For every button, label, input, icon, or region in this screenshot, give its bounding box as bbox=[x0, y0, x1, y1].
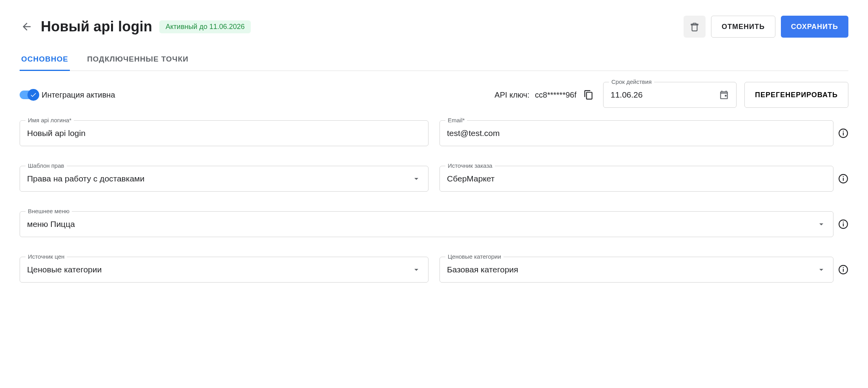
copy-api-key-button[interactable] bbox=[582, 88, 595, 102]
expiry-date-input[interactable] bbox=[611, 90, 714, 100]
chevron-down-icon bbox=[412, 265, 421, 274]
price-categories-info-icon[interactable] bbox=[838, 265, 848, 275]
price-source-value: Ценовые категории bbox=[27, 265, 412, 274]
order-source-field[interactable]: Источник заказа bbox=[439, 166, 833, 192]
permission-template-label: Шаблон прав bbox=[26, 162, 67, 169]
tab-connected-points[interactable]: ПОДКЛЮЧЕННЫЕ ТОЧКИ bbox=[86, 49, 190, 71]
external-menu-info-icon[interactable] bbox=[838, 219, 848, 229]
tab-main[interactable]: ОСНОВНОЕ bbox=[20, 49, 70, 71]
expiry-date-field[interactable]: Срок действия bbox=[603, 82, 737, 108]
external-menu-label: Внешнее меню bbox=[26, 208, 72, 214]
login-name-field[interactable]: Имя api логина* bbox=[20, 120, 429, 146]
back-button[interactable] bbox=[20, 20, 34, 34]
email-label: Email* bbox=[445, 117, 467, 123]
email-input[interactable] bbox=[447, 129, 826, 138]
price-categories-select[interactable]: Ценовые категории Базовая категория bbox=[439, 257, 833, 283]
integration-active-toggle[interactable] bbox=[20, 91, 38, 99]
trash-icon bbox=[689, 22, 700, 32]
status-badge: Активный до 11.06.2026 bbox=[159, 20, 251, 33]
tabs: ОСНОВНОЕ ПОДКЛЮЧЕННЫЕ ТОЧКИ bbox=[20, 49, 848, 71]
order-source-label: Источник заказа bbox=[445, 162, 495, 169]
chevron-down-icon bbox=[817, 219, 826, 229]
page-title: Новый api login bbox=[41, 18, 152, 35]
login-name-input[interactable] bbox=[27, 129, 421, 138]
arrow-left-icon bbox=[21, 21, 33, 33]
toggle-knob bbox=[27, 89, 39, 101]
regenerate-button[interactable]: ПЕРЕГЕНЕРИРОВАТЬ bbox=[744, 82, 848, 108]
price-categories-label: Ценовые категории bbox=[445, 253, 503, 260]
chevron-down-icon bbox=[817, 265, 826, 274]
api-key-label: API ключ: bbox=[494, 91, 529, 100]
permission-template-value: Права на работу с доставками bbox=[27, 174, 412, 183]
copy-icon bbox=[584, 90, 594, 100]
order-source-info-icon[interactable] bbox=[838, 174, 848, 184]
email-info-icon[interactable] bbox=[838, 128, 848, 138]
external-menu-value: меню Пицца bbox=[27, 219, 817, 229]
check-icon bbox=[30, 91, 37, 98]
api-key-value: cc8******96f bbox=[535, 91, 576, 100]
login-name-label: Имя api логина* bbox=[26, 117, 74, 123]
external-menu-select[interactable]: Внешнее меню меню Пицца bbox=[20, 211, 833, 237]
chevron-down-icon bbox=[412, 174, 421, 183]
save-button[interactable]: СОХРАНИТЬ bbox=[781, 16, 848, 38]
cancel-button[interactable]: ОТМЕНИТЬ bbox=[711, 16, 775, 38]
price-source-select[interactable]: Источник цен Ценовые категории bbox=[20, 257, 429, 283]
permission-template-select[interactable]: Шаблон прав Права на работу с доставками bbox=[20, 166, 429, 192]
delete-button[interactable] bbox=[684, 16, 706, 38]
email-field[interactable]: Email* bbox=[439, 120, 833, 146]
calendar-icon[interactable] bbox=[719, 90, 729, 100]
integration-toggle-label: Интеграция активна bbox=[42, 91, 115, 100]
price-source-label: Источник цен bbox=[26, 253, 67, 260]
expiry-date-label: Срок действия bbox=[609, 78, 654, 85]
order-source-input[interactable] bbox=[447, 174, 826, 183]
price-categories-value: Базовая категория bbox=[447, 265, 817, 274]
